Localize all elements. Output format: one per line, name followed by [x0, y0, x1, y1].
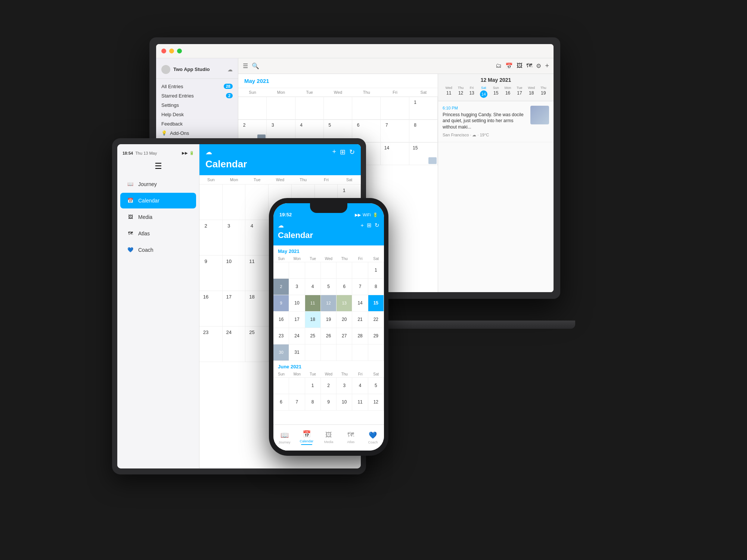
mac-cal-cell-empty-3[interactable] [295, 97, 324, 120]
phone-june-2[interactable]: 2 [321, 378, 337, 394]
phone-tab-atlas[interactable]: 🗺 Atlas [340, 431, 362, 444]
phone-june-12[interactable]: 12 [368, 394, 384, 411]
phone-tab-media[interactable]: 🖼 Media [317, 431, 340, 444]
mac-week-day-16[interactable]: Mon16 [505, 86, 511, 98]
tablet-cell-16[interactable]: 16 [199, 291, 223, 327]
phone-cell-e4[interactable] [321, 262, 337, 279]
minimize-button[interactable] [169, 49, 174, 53]
phone-june-7[interactable]: 7 [289, 394, 305, 411]
phone-cell-6[interactable]: 6 [337, 279, 352, 295]
bag-icon[interactable]: 🗂 [496, 62, 502, 69]
phone-cell-e3[interactable] [305, 262, 321, 279]
phone-cell-25[interactable]: 25 [305, 328, 321, 344]
phone-cell-26[interactable]: 26 [321, 328, 337, 344]
phone-tab-coach[interactable]: 💙 Coach [362, 431, 384, 444]
phone-june-3[interactable]: 3 [337, 378, 352, 394]
tablet-sidebar-media[interactable]: 🖼 Media [120, 209, 196, 225]
phone-cell-24[interactable]: 24 [289, 328, 305, 344]
close-button[interactable] [161, 49, 166, 53]
tablet-view-button[interactable]: ⊞ [340, 148, 345, 156]
phone-cell-e6[interactable] [352, 262, 368, 279]
phone-cell-3[interactable]: 3 [289, 279, 305, 295]
mac-week-day-17[interactable]: Tue17 [517, 86, 522, 98]
tablet-cell-e1[interactable] [199, 185, 223, 220]
phone-cell-9[interactable]: 9 [273, 295, 289, 312]
phone-cell-19[interactable]: 19 [321, 312, 337, 328]
sidebar-item-helpdesk[interactable]: Help Desk [156, 110, 238, 119]
phone-cell-e9[interactable] [337, 344, 352, 361]
tablet-cell-e2[interactable] [223, 185, 246, 220]
phone-cell-11[interactable]: 11 [305, 295, 321, 312]
phone-cell-e5[interactable] [337, 262, 352, 279]
photo-icon[interactable]: 🖼 [517, 62, 523, 69]
sidebar-toggle-icon[interactable]: ☰ [243, 62, 248, 69]
phone-cell-e11[interactable] [368, 344, 384, 361]
tablet-cell-3[interactable]: 3 [223, 220, 246, 256]
mac-cal-cell-7[interactable]: 7 [381, 120, 409, 142]
phone-sync-button[interactable]: ↻ [375, 222, 379, 229]
phone-cell-8[interactable]: 8 [368, 279, 384, 295]
mac-cal-cell-empty-2[interactable] [267, 97, 295, 120]
sidebar-item-addons[interactable]: 💡 Add-Ons [156, 129, 238, 138]
tablet-sidebar-journey[interactable]: 📖 Journey [120, 176, 196, 192]
mac-cal-cell-empty-5[interactable] [352, 97, 381, 120]
tablet-cell-10[interactable]: 10 [223, 256, 246, 291]
phone-cell-1[interactable]: 1 [368, 262, 384, 279]
phone-june-11[interactable]: 11 [352, 394, 368, 411]
map-icon[interactable]: 🗺 [526, 62, 532, 69]
mac-cal-cell-empty-4[interactable] [324, 97, 352, 120]
phone-june-e1[interactable] [273, 378, 289, 394]
mac-cal-cell-8[interactable]: 8 [409, 120, 438, 142]
sidebar-item-settings[interactable]: Settings [156, 100, 238, 110]
tablet-sidebar-calendar[interactable]: 📅 Calendar [120, 193, 196, 208]
phone-cell-e7[interactable] [305, 344, 321, 361]
sidebar-collapse-icon[interactable]: ☰ [155, 161, 162, 171]
phone-cell-10[interactable]: 10 [289, 295, 305, 312]
phone-cell-23[interactable]: 23 [273, 328, 289, 344]
phone-add-button[interactable]: + [360, 222, 364, 229]
sidebar-item-feedback[interactable]: Feedback [156, 119, 238, 129]
phone-tab-calendar[interactable]: 📅 Calendar [295, 430, 317, 445]
tablet-cell-11[interactable]: 11 [245, 256, 269, 291]
tablet-cell-2[interactable]: 2 [199, 220, 223, 256]
phone-cell-27[interactable]: 27 [337, 328, 352, 344]
phone-june-1[interactable]: 1 [305, 378, 321, 394]
phone-cell-4[interactable]: 4 [305, 279, 321, 295]
tablet-sidebar-coach[interactable]: 💙 Coach [120, 242, 196, 258]
tablet-cell-9[interactable]: 9 [199, 256, 223, 291]
sidebar-item-all-entries[interactable]: All Entries 28 [156, 82, 238, 91]
phone-june-6[interactable]: 6 [273, 394, 289, 411]
phone-cell-e10[interactable] [352, 344, 368, 361]
phone-cell-30[interactable]: 30 [273, 344, 289, 361]
tablet-cell-18[interactable]: 18 [245, 291, 269, 327]
settings-icon[interactable]: ⚙ [536, 62, 541, 69]
phone-cell-22[interactable]: 22 [368, 312, 384, 328]
phone-cell-31[interactable]: 31 [289, 344, 305, 361]
phone-cell-18[interactable]: 18 [305, 312, 321, 328]
mac-cal-cell-1[interactable]: 1 [409, 97, 438, 120]
mac-week-day-18[interactable]: Wed18 [528, 86, 535, 98]
phone-cell-28[interactable]: 28 [352, 328, 368, 344]
tablet-cell-24[interactable]: 24 [223, 327, 246, 362]
phone-cell-17[interactable]: 17 [289, 312, 305, 328]
phone-june-10[interactable]: 10 [337, 394, 352, 411]
mac-cal-cell-14[interactable]: 14 [381, 143, 409, 165]
phone-cell-14[interactable]: 14 [352, 295, 368, 312]
tablet-cell-23[interactable]: 23 [199, 327, 223, 362]
phone-june-4[interactable]: 4 [352, 378, 368, 394]
mac-week-day-11[interactable]: Wed11 [446, 86, 452, 98]
tablet-add-button[interactable]: + [332, 148, 336, 156]
phone-cell-15[interactable]: 15 [368, 295, 384, 312]
phone-june-5[interactable]: 5 [368, 378, 384, 394]
phone-cell-29[interactable]: 29 [368, 328, 384, 344]
phone-cell-e8[interactable] [321, 344, 337, 361]
phone-view-button[interactable]: ⊞ [367, 222, 372, 229]
tablet-sidebar-atlas[interactable]: 🗺 Atlas [120, 226, 196, 241]
search-icon[interactable]: 🔍 [252, 62, 259, 69]
phone-june-9[interactable]: 9 [321, 394, 337, 411]
tablet-sync-button[interactable]: ↻ [349, 148, 355, 156]
mac-week-day-13[interactable]: Fri13 [469, 86, 474, 98]
phone-cell-13[interactable]: 13 [337, 295, 352, 312]
tablet-cell-e3[interactable] [245, 185, 269, 220]
add-button[interactable]: + [545, 62, 549, 70]
